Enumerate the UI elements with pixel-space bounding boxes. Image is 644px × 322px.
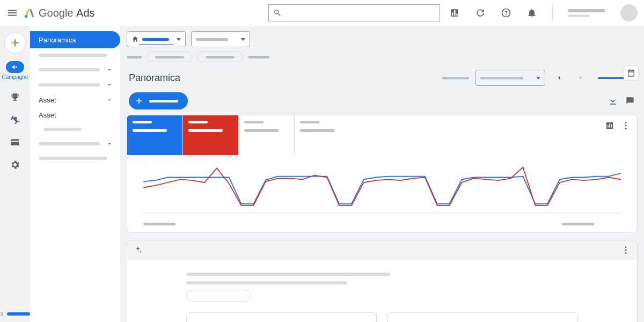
- chart-settings-icon: [605, 121, 614, 130]
- svg-rect-1: [14, 39, 16, 42]
- svg-point-7: [625, 125, 627, 127]
- scorecard-more-button[interactable]: [621, 121, 631, 130]
- menu-icon[interactable]: [6, 7, 19, 19]
- sidebar-item[interactable]: [30, 62, 120, 77]
- gear-icon: [10, 159, 20, 170]
- filter-chip[interactable]: [197, 52, 243, 62]
- svg-rect-5: [1, 312, 3, 315]
- date-next-button[interactable]: [573, 70, 588, 85]
- home-icon: [131, 35, 139, 43]
- recommendation-item[interactable]: [387, 312, 578, 322]
- feedback-icon: [625, 96, 635, 106]
- svg-rect-2: [14, 43, 16, 47]
- side-panel: Panoramica Asset Asset: [30, 26, 120, 322]
- chart-settings-button[interactable]: [605, 121, 614, 130]
- sidebar-item-label: Panoramica: [39, 36, 76, 44]
- brand-logo[interactable]: Google Ads: [24, 7, 95, 19]
- refresh-icon[interactable]: [475, 8, 486, 18]
- search-icon: [273, 9, 282, 17]
- line-chart: [143, 159, 621, 218]
- card-icon: [10, 137, 20, 148]
- more-vert-icon: [621, 245, 631, 255]
- date-range-selector[interactable]: [475, 70, 545, 86]
- date-prev-button[interactable]: [552, 70, 567, 85]
- metric-tab[interactable]: [295, 115, 350, 155]
- sidebar-item-asset[interactable]: Asset: [30, 92, 120, 107]
- filter-label: [248, 56, 269, 58]
- create-button[interactable]: [4, 32, 26, 54]
- megaphone-icon: [11, 63, 19, 71]
- metric-tabs: [127, 115, 637, 155]
- nav-label: Campagne: [2, 74, 28, 80]
- sidebar-item[interactable]: [30, 136, 120, 151]
- page-header: Panoramica: [120, 65, 644, 90]
- metric-tab[interactable]: [239, 115, 295, 155]
- filter-chip[interactable]: [147, 52, 192, 62]
- account-selector[interactable]: [127, 31, 186, 47]
- calendar-button[interactable]: [624, 65, 639, 80]
- search-input[interactable]: [268, 4, 440, 21]
- nav-campagne[interactable]: Campagne: [2, 61, 28, 80]
- reports-icon[interactable]: [449, 8, 460, 18]
- divider: [552, 5, 553, 20]
- device-icon: [0, 310, 4, 318]
- svg-point-16: [625, 252, 627, 254]
- campaign-selector[interactable]: [191, 31, 250, 47]
- metric-tab[interactable]: [127, 115, 183, 155]
- download-button[interactable]: [608, 96, 618, 106]
- help-icon[interactable]: [501, 8, 511, 18]
- nav-rail: Campagne: [0, 26, 30, 322]
- sidebar-item-panoramica[interactable]: Panoramica: [30, 31, 120, 48]
- account-switcher[interactable]: [568, 9, 605, 17]
- sidebar-item[interactable]: [39, 157, 107, 160]
- chevron-down-icon: [106, 67, 113, 73]
- download-icon: [608, 96, 618, 106]
- recommendations-card: [127, 240, 638, 322]
- chart-footer: [127, 223, 637, 232]
- sparkle-icon: [134, 246, 142, 254]
- nav-footer[interactable]: [0, 310, 30, 318]
- breadcrumb: [120, 26, 644, 47]
- svg-rect-4: [16, 42, 19, 43]
- nav-admin[interactable]: [10, 159, 20, 170]
- svg-point-8: [625, 128, 627, 129]
- svg-point-14: [625, 246, 627, 248]
- sidebar-item[interactable]: [30, 77, 120, 92]
- x-end-label: [562, 223, 594, 225]
- recommendation-chip[interactable]: [186, 290, 251, 302]
- brand-text: Google Ads: [39, 7, 95, 19]
- recommendations-more-button[interactable]: [621, 245, 631, 255]
- nav-tools[interactable]: [10, 114, 20, 125]
- actions-row: [120, 90, 644, 115]
- recommendation-item[interactable]: [186, 312, 377, 322]
- chevron-down-icon: [106, 141, 113, 147]
- comparison-label: [442, 77, 469, 79]
- svg-point-15: [625, 250, 627, 251]
- nav-billing[interactable]: [10, 137, 20, 148]
- calendar-icon: [627, 69, 635, 77]
- chevron-right-icon: [576, 74, 585, 82]
- feedback-button[interactable]: [625, 96, 635, 106]
- sidebar-item[interactable]: [39, 54, 107, 57]
- sidebar-item-asset-sub[interactable]: Asset: [30, 107, 120, 122]
- filter-chip-row: [120, 52, 644, 65]
- metric-tab[interactable]: [183, 115, 239, 155]
- avatar[interactable]: [620, 4, 638, 21]
- svg-rect-3: [11, 42, 14, 43]
- ads-logo-icon: [24, 7, 35, 19]
- sidebar-item[interactable]: [44, 128, 82, 131]
- recommendations-header: [127, 240, 637, 260]
- text-line: [186, 281, 347, 284]
- chevron-left-icon: [555, 74, 564, 82]
- page-title: Panoramica: [129, 72, 180, 84]
- new-campaign-button[interactable]: [129, 92, 188, 109]
- bell-icon[interactable]: [526, 8, 537, 18]
- tools-icon: [10, 114, 20, 125]
- more-vert-icon: [621, 121, 631, 130]
- chevron-up-icon: [106, 97, 113, 103]
- content: Panoramica: [120, 26, 644, 322]
- topbar: Google Ads: [0, 0, 644, 26]
- text-line: [186, 273, 390, 276]
- nav-goals[interactable]: [10, 92, 20, 103]
- trophy-icon: [10, 92, 20, 103]
